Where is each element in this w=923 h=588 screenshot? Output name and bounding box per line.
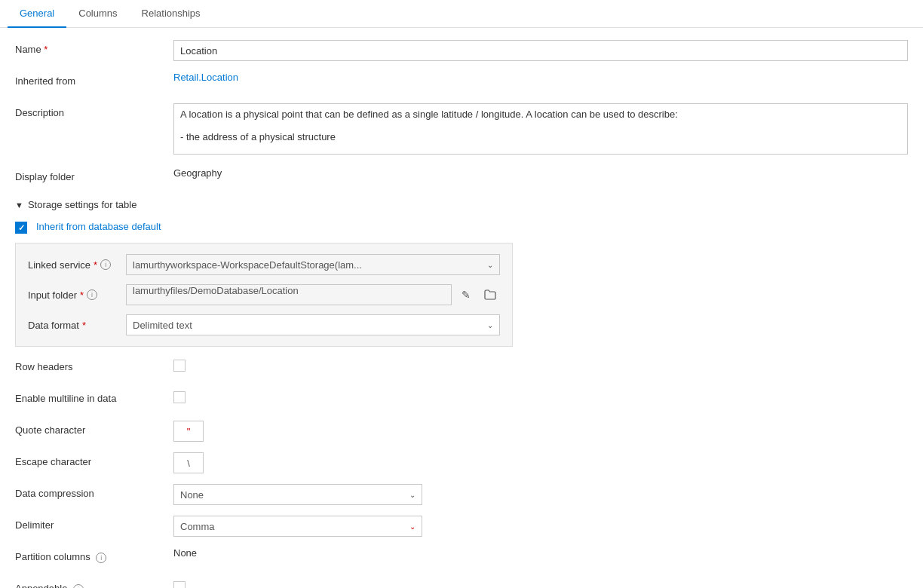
form-area: Name * Inherited from Retail.Location De… — [0, 28, 923, 588]
quote-char-row: Quote character " — [15, 421, 908, 442]
inherit-db-checkbox[interactable] — [15, 222, 27, 234]
data-format-label: Data format * — [28, 320, 126, 331]
escape-char-label: Escape character — [15, 452, 173, 467]
name-input[interactable] — [173, 40, 908, 61]
display-folder-value: Geography — [173, 167, 908, 179]
quote-char-box[interactable]: " — [173, 421, 204, 442]
escape-char-box[interactable]: \ — [173, 452, 204, 473]
inherited-from-label: Inherited from — [15, 72, 173, 87]
quote-char-value: " — [173, 421, 908, 442]
partition-columns-label: Partition columns i — [15, 547, 173, 563]
linked-service-dropdown[interactable]: lamurthyworkspace-WorkspaceDefaultStorag… — [126, 254, 500, 275]
description-textarea-wrapper: A location is a physical point that can … — [173, 103, 908, 157]
input-folder-value-wrapper: lamurthyfiles/DemoDatabase/Location ✎ — [126, 284, 500, 305]
data-format-row: Data format * Delimited text ⌄ — [28, 314, 500, 335]
data-compression-chevron-icon: ⌄ — [409, 491, 416, 499]
row-headers-checkbox[interactable] — [173, 360, 186, 372]
quote-char-label: Quote character — [15, 421, 173, 436]
appendable-checkbox[interactable] — [173, 581, 186, 588]
inherit-db-row: Inherit from database default — [15, 219, 908, 234]
linked-service-dropdown-text: lamurthyworkspace-WorkspaceDefaultStorag… — [133, 259, 487, 271]
delimiter-value-wrapper: Comma ⌄ — [173, 516, 908, 537]
input-folder-label: Input folder * i — [28, 289, 126, 301]
description-value-wrapper: A location is a physical point that can … — [173, 103, 908, 157]
linked-service-label: Linked service * i — [28, 259, 126, 271]
data-compression-dropdown-text: None — [180, 489, 409, 501]
storage-collapse-icon: ▼ — [15, 201, 23, 210]
input-folder-text: lamurthyfiles/DemoDatabase/Location — [126, 284, 452, 305]
name-value-wrapper — [173, 40, 908, 61]
partition-columns-value: None — [173, 547, 908, 559]
escape-char-value: \ — [173, 452, 908, 473]
enable-multiline-checkbox[interactable] — [173, 391, 186, 403]
linked-service-chevron-icon: ⌄ — [487, 261, 493, 269]
description-row: Description A location is a physical poi… — [15, 103, 908, 157]
description-label: Description — [15, 103, 173, 118]
data-format-chevron-icon: ⌄ — [487, 321, 493, 329]
delimiter-dropdown[interactable]: Comma ⌄ — [173, 516, 422, 537]
tabs-bar: General Columns Relationships — [0, 0, 923, 28]
display-folder-row: Display folder Geography — [15, 167, 908, 188]
partition-columns-row: Partition columns i None — [15, 547, 908, 568]
data-compression-label: Data compression — [15, 484, 173, 499]
delimiter-row: Delimiter Comma ⌄ — [15, 516, 908, 537]
storage-section-title: Storage settings for table — [28, 199, 137, 210]
input-folder-info-icon[interactable]: i — [87, 289, 97, 300]
data-compression-dropdown[interactable]: None ⌄ — [173, 484, 422, 505]
input-folder-edit-icon[interactable]: ✎ — [456, 285, 476, 305]
storage-section-header[interactable]: ▼ Storage settings for table — [15, 199, 908, 210]
display-folder-label: Display folder — [15, 167, 173, 182]
tab-relationships[interactable]: Relationships — [130, 0, 213, 28]
enable-multiline-label: Enable multiline in data — [15, 389, 173, 404]
appendable-info-icon[interactable]: i — [73, 584, 84, 588]
description-textarea[interactable]: A location is a physical point that can … — [173, 103, 908, 155]
appendable-value — [173, 579, 908, 588]
data-format-dropdown-text: Delimited text — [133, 320, 487, 331]
row-headers-row: Row headers — [15, 357, 908, 378]
escape-char-row: Escape character \ — [15, 452, 908, 473]
input-folder-browse-icon[interactable] — [480, 285, 500, 305]
inherited-from-row: Inherited from Retail.Location — [15, 72, 908, 93]
tab-columns[interactable]: Columns — [66, 0, 129, 28]
linked-service-info-icon[interactable]: i — [100, 259, 111, 270]
delimiter-label: Delimiter — [15, 516, 173, 531]
row-headers-value — [173, 357, 908, 374]
linked-service-value-wrapper: lamurthyworkspace-WorkspaceDefaultStorag… — [126, 254, 500, 275]
delimiter-chevron-icon: ⌄ — [409, 522, 416, 531]
inherited-from-value: Retail.Location — [173, 72, 908, 83]
data-format-value-wrapper: Delimited text ⌄ — [126, 314, 500, 335]
linked-service-row: Linked service * i lamurthyworkspace-Wor… — [28, 254, 500, 275]
data-compression-value-wrapper: None ⌄ — [173, 484, 908, 505]
input-folder-row: Input folder * i lamurthyfiles/DemoDatab… — [28, 284, 500, 305]
name-label: Name * — [15, 40, 173, 55]
tab-general[interactable]: General — [8, 0, 66, 28]
name-row: Name * — [15, 40, 908, 61]
storage-box: Linked service * i lamurthyworkspace-Wor… — [15, 243, 513, 347]
appendable-row: Appendable i — [15, 579, 908, 588]
input-folder-controls: lamurthyfiles/DemoDatabase/Location ✎ — [126, 284, 500, 305]
enable-multiline-row: Enable multiline in data — [15, 389, 908, 410]
row-headers-label: Row headers — [15, 357, 173, 372]
appendable-label: Appendable i — [15, 579, 173, 588]
delimiter-dropdown-text: Comma — [180, 521, 409, 532]
data-format-dropdown[interactable]: Delimited text ⌄ — [126, 314, 500, 335]
partition-columns-info-icon[interactable]: i — [96, 553, 106, 563]
enable-multiline-value — [173, 389, 908, 406]
inherit-db-label: Inherit from database default — [36, 221, 161, 232]
data-compression-row: Data compression None ⌄ — [15, 484, 908, 505]
